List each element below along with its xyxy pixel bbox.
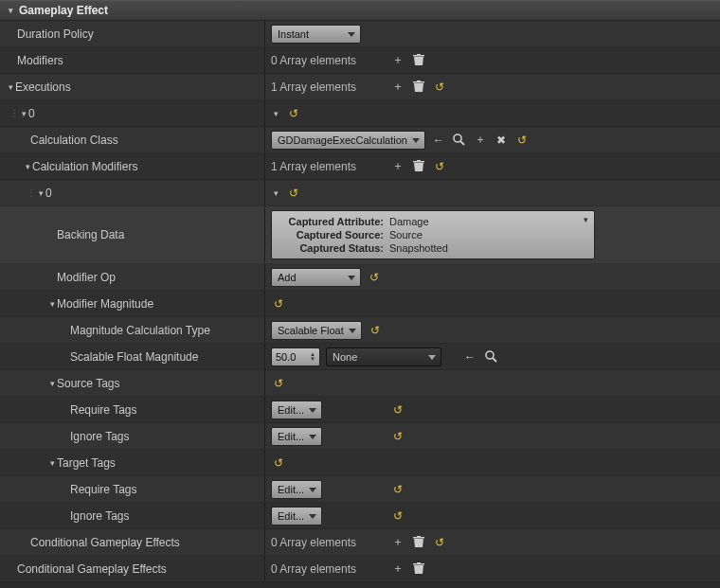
svg-point-2	[486, 351, 494, 359]
expand-icon[interactable]: ▾	[47, 379, 57, 388]
dropdown-caret-icon[interactable]: ▾	[271, 109, 280, 118]
add-icon[interactable]: ＋	[390, 535, 405, 550]
captured-source-value: Source	[389, 229, 586, 241]
reset-icon[interactable]: ↺	[286, 106, 301, 121]
expand-icon[interactable]: ▾	[19, 109, 28, 118]
reset-icon[interactable]: ↺	[432, 159, 447, 174]
add-icon[interactable]: ＋	[390, 159, 405, 174]
drag-handle-icon[interactable]: ⋮⋮	[27, 187, 36, 198]
trash-icon[interactable]	[411, 159, 426, 174]
search-icon[interactable]	[483, 349, 498, 365]
trash-icon[interactable]	[411, 80, 426, 95]
reset-icon[interactable]: ↺	[368, 323, 383, 338]
captured-status-value: Snapshotted	[389, 242, 586, 254]
trash-icon[interactable]	[411, 53, 426, 68]
row-conditional-ge-outer: Conditional Gameplay Effects 0 Array ele…	[0, 556, 720, 582]
reset-icon[interactable]: ↺	[390, 482, 405, 497]
label-source-require-tags: Require Tags	[70, 403, 137, 417]
reset-icon[interactable]: ↺	[390, 508, 405, 524]
spinner-icon[interactable]: ▲▼	[310, 352, 315, 362]
label-conditional-ge-outer: Conditional Gameplay Effects	[17, 562, 167, 576]
label-execution-index: 0	[28, 107, 35, 120]
row-source-require-tags: Require Tags Edit... ↺	[0, 397, 720, 423]
trash-icon[interactable]	[411, 561, 426, 577]
reset-icon[interactable]: ↺	[390, 402, 405, 418]
section-header-gameplay-effect[interactable]: ▾ Gameplay Effect	[0, 0, 720, 21]
row-source-ignore-tags: Ignore Tags Edit... ↺	[0, 423, 720, 450]
captured-source-key: Captured Source:	[279, 229, 384, 241]
dropdown-caret-icon[interactable]: ▾	[271, 188, 280, 198]
reset-icon[interactable]: ↺	[271, 296, 286, 312]
svg-line-3	[493, 358, 496, 362]
label-modifiers: Modifiers	[17, 54, 63, 67]
row-calculation-modifiers: ▾ Calculation Modifiers 1 Array elements…	[0, 153, 720, 180]
dropdown-target-ignore-tags[interactable]: Edit...	[271, 507, 322, 526]
reset-icon[interactable]: ↺	[367, 270, 382, 285]
row-scalable-float: Scalable Float Magnitude 50.0 ▲▼ None ←	[0, 344, 720, 370]
row-mag-calc-type: Magnitude Calculation Type Scalable Floa…	[0, 317, 720, 344]
expand-icon[interactable]: ▾	[23, 162, 32, 171]
row-modifiers: Modifiers 0 Array elements ＋	[0, 47, 720, 74]
expand-icon[interactable]: ▾	[36, 188, 45, 198]
expand-icon[interactable]: ▾	[47, 299, 57, 309]
row-source-tags: ▾ Source Tags ↺	[0, 370, 720, 397]
label-calculation-class: Calculation Class	[30, 134, 118, 147]
label-mag-calc-type: Magnitude Calculation Type	[70, 324, 210, 337]
row-duration-policy: Duration Policy Instant	[0, 21, 720, 47]
conditional-ge-outer-count: 0 Array elements	[271, 562, 385, 576]
label-target-require-tags: Require Tags	[70, 483, 137, 496]
expand-icon[interactable]: ▾	[6, 82, 15, 92]
drag-handle-icon[interactable]: ⋮⋮	[9, 108, 19, 118]
dropdown-modifier-op[interactable]: Add	[271, 268, 361, 287]
row-target-ignore-tags: Ignore Tags Edit... ↺	[0, 503, 720, 529]
input-scalable-float-value[interactable]: 50.0 ▲▼	[271, 347, 320, 366]
label-source-tags: Source Tags	[57, 377, 120, 390]
back-arrow-icon[interactable]: ←	[462, 349, 477, 365]
dropdown-source-ignore-tags[interactable]: Edit...	[271, 427, 322, 446]
add-icon[interactable]: ＋	[390, 561, 405, 577]
row-calculation-class: Calculation Class GDDamageExecCalculatio…	[0, 127, 720, 153]
expand-icon[interactable]: ▾	[47, 458, 57, 468]
row-executions: ▾ Executions 1 Array elements ＋ ↺	[0, 74, 720, 100]
label-target-tags: Target Tags	[57, 456, 116, 470]
add-icon[interactable]: ＋	[390, 80, 405, 95]
label-backing-data: Backing Data	[57, 228, 124, 241]
label-executions: Executions	[15, 80, 71, 94]
reset-icon[interactable]: ↺	[432, 535, 447, 550]
reset-icon[interactable]: ↺	[271, 376, 286, 391]
details-panel: ▾ Gameplay Effect Duration Policy Instan…	[0, 0, 720, 588]
search-icon[interactable]	[452, 133, 467, 148]
section-title: Gameplay Effect	[19, 4, 108, 17]
dropdown-curve-table[interactable]: None	[326, 347, 441, 366]
label-scalable-float: Scalable Float Magnitude	[70, 350, 198, 364]
dropdown-calculation-class[interactable]: GDDamageExecCalculation	[271, 131, 425, 150]
label-modifier-magnitude: Modifier Magnitude	[57, 297, 153, 311]
add-icon[interactable]: ＋	[473, 133, 488, 148]
label-source-ignore-tags: Ignore Tags	[70, 430, 130, 443]
dropdown-source-require-tags[interactable]: Edit...	[271, 401, 322, 419]
captured-attribute-value: Damage	[389, 216, 586, 227]
reset-icon[interactable]: ↺	[514, 133, 530, 148]
add-icon[interactable]: ＋	[390, 53, 405, 68]
expand-icon[interactable]: ▾	[6, 6, 15, 15]
row-target-tags: ▾ Target Tags ↺	[0, 450, 720, 476]
label-calc-modifier-index: 0	[45, 187, 52, 200]
reset-icon[interactable]: ↺	[390, 429, 405, 444]
dropdown-duration-policy[interactable]: Instant	[271, 25, 361, 44]
executions-array-count: 1 Array elements	[271, 80, 385, 94]
captured-attribute-key: Captured Attribute:	[279, 216, 384, 227]
clear-icon[interactable]: ✖	[494, 133, 509, 148]
label-target-ignore-tags: Ignore Tags	[70, 509, 130, 523]
back-arrow-icon[interactable]: ←	[431, 133, 446, 148]
row-modifier-op: Modifier Op Add ↺	[0, 264, 720, 291]
calc-modifiers-array-count: 1 Array elements	[271, 160, 385, 173]
backing-data-summary[interactable]: ▾ Captured Attribute: Damage Captured So…	[271, 210, 595, 259]
row-conditional-ge-inner: Conditional Gameplay Effects 0 Array ele…	[0, 529, 720, 556]
reset-icon[interactable]: ↺	[432, 80, 447, 95]
reset-icon[interactable]: ↺	[271, 455, 286, 471]
dropdown-mag-calc-type[interactable]: Scalable Float	[271, 321, 362, 340]
reset-icon[interactable]: ↺	[286, 186, 301, 201]
label-conditional-ge-inner: Conditional Gameplay Effects	[30, 536, 180, 549]
dropdown-target-require-tags[interactable]: Edit...	[271, 480, 322, 499]
trash-icon[interactable]	[411, 535, 426, 550]
